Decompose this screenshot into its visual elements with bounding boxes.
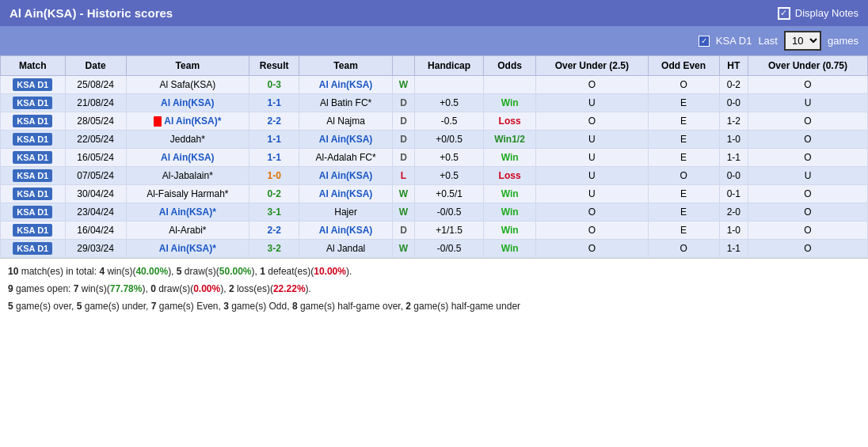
team2-name[interactable]: Al-Adalah FC* (299, 149, 393, 167)
red-card-icon (154, 116, 162, 127)
over-under-075: U (748, 167, 868, 185)
odd-even: E (648, 131, 719, 149)
team1-name[interactable]: Al Ain(KSA)* (126, 240, 249, 258)
match-date: 23/04/24 (65, 203, 126, 222)
table-row: KSA D107/05/24Al-Jabalain*1-0Al Ain(KSA)… (1, 167, 868, 185)
odds (484, 76, 536, 94)
match-date: 30/04/24 (65, 185, 126, 203)
col-date: Date (65, 56, 126, 76)
over-under-075: O (748, 222, 868, 240)
league-badge: KSA D1 (1, 76, 66, 94)
filter-bar: ✓ KSA D1 Last 10 20 30 games (0, 26, 868, 55)
team1-name[interactable]: Al Safa(KSA) (126, 76, 249, 94)
match-outcome: D (392, 149, 414, 167)
half-time-result: 0-0 (719, 94, 748, 112)
col-ou25: Over Under (2.5) (536, 56, 649, 76)
odd-even: E (648, 149, 719, 167)
league-badge: KSA D1 (1, 149, 66, 167)
league-badge: KSA D1 (1, 167, 66, 185)
col-empty (392, 56, 414, 76)
league-badge: KSA D1 (1, 203, 66, 222)
col-match: Match (1, 56, 66, 76)
team1-name[interactable]: Al-Jabalain* (126, 167, 249, 185)
odd-even: E (648, 185, 719, 203)
odds: Win (484, 149, 536, 167)
odds: Win (484, 185, 536, 203)
handicap: +0.5/1 (415, 185, 484, 203)
col-odds: Odds (484, 56, 536, 76)
over-under-075: O (748, 131, 868, 149)
team2-name[interactable]: Al Jandal (299, 240, 393, 258)
over-under-25: U (536, 167, 649, 185)
odds: Win (484, 94, 536, 112)
league-badge: KSA D1 (1, 112, 66, 131)
match-result: 3-1 (249, 203, 299, 222)
display-notes-checkbox[interactable]: ✓ (778, 7, 790, 20)
page-title: Al Ain(KSA) - Historic scores (10, 6, 173, 20)
odd-even: O (648, 167, 719, 185)
display-notes-container: ✓ Display Notes (778, 7, 858, 20)
table-row: KSA D129/03/24Al Ain(KSA)*3-2Al JandalW-… (1, 240, 868, 258)
over-under-075: O (748, 185, 868, 203)
team2-name[interactable]: Hajer (299, 203, 393, 222)
team1-name[interactable]: Jeddah* (126, 131, 249, 149)
league-badge: KSA D1 (1, 131, 66, 149)
odd-even: E (648, 112, 719, 131)
table-row: KSA D121/08/24Al Ain(KSA)1-1Al Batin FC*… (1, 94, 868, 112)
over-under-075: O (748, 76, 868, 94)
match-result: 2-2 (249, 112, 299, 131)
match-outcome: D (392, 222, 414, 240)
match-outcome: D (392, 94, 414, 112)
handicap: -0.5 (415, 112, 484, 131)
match-date: 22/05/24 (65, 131, 126, 149)
team2-name[interactable]: Al Ain(KSA) (299, 222, 393, 240)
team2-name[interactable]: Al Ain(KSA) (299, 131, 393, 149)
league-badge: KSA D1 (1, 94, 66, 112)
half-time-result: 1-0 (719, 131, 748, 149)
odd-even: E (648, 203, 719, 222)
half-time-result: 0-2 (719, 76, 748, 94)
odd-even: E (648, 222, 719, 240)
match-date: 28/05/24 (65, 112, 126, 131)
team2-name[interactable]: Al Ain(KSA) (299, 185, 393, 203)
page-header: Al Ain(KSA) - Historic scores ✓ Display … (0, 0, 868, 26)
match-date: 16/05/24 (65, 149, 126, 167)
games-label: games (828, 35, 858, 47)
over-under-25: O (536, 203, 649, 222)
col-handicap: Handicap (415, 56, 484, 76)
half-time-result: 1-1 (719, 149, 748, 167)
team1-name[interactable]: Al Ain(KSA)* (126, 203, 249, 222)
match-outcome: D (392, 131, 414, 149)
games-select[interactable]: 10 20 30 (784, 31, 821, 51)
team2-name[interactable]: Al Ain(KSA) (299, 76, 393, 94)
summary-line-2: 5 game(s) over, 5 game(s) under, 7 game(… (8, 298, 860, 316)
team1-name[interactable]: Al Ain(KSA) (126, 94, 249, 112)
over-under-075: O (748, 149, 868, 167)
table-header-row: Match Date Team Result Team Handicap Odd… (1, 56, 868, 76)
handicap: +0.5 (415, 94, 484, 112)
over-under-075: U (748, 94, 868, 112)
match-outcome: W (392, 76, 414, 94)
half-time-result: 1-2 (719, 112, 748, 131)
scores-table: Match Date Team Result Team Handicap Odd… (0, 55, 868, 258)
over-under-25: U (536, 149, 649, 167)
league-badge: KSA D1 (1, 240, 66, 258)
display-notes-label: Display Notes (795, 7, 858, 19)
col-ht: HT (719, 56, 748, 76)
over-under-25: U (536, 131, 649, 149)
team1-name[interactable]: Al Ain(KSA)* (126, 112, 249, 131)
team1-name[interactable]: Al Ain(KSA) (126, 149, 249, 167)
team1-name[interactable]: Al-Faisaly Harmah* (126, 185, 249, 203)
table-row: KSA D123/04/24Al Ain(KSA)*3-1HajerW-0/0.… (1, 203, 868, 222)
last-label: Last (758, 35, 778, 47)
team2-name[interactable]: Al Ain(KSA) (299, 167, 393, 185)
team1-name[interactable]: Al-Arabi* (126, 222, 249, 240)
league-filter-checkbox[interactable]: ✓ (699, 36, 710, 47)
league-badge: KSA D1 (1, 222, 66, 240)
team2-name[interactable]: Al Batin FC* (299, 94, 393, 112)
match-outcome: L (392, 167, 414, 185)
team2-name[interactable]: Al Najma (299, 112, 393, 131)
match-date: 29/03/24 (65, 240, 126, 258)
match-outcome: W (392, 185, 414, 203)
handicap: -0/0.5 (415, 203, 484, 222)
